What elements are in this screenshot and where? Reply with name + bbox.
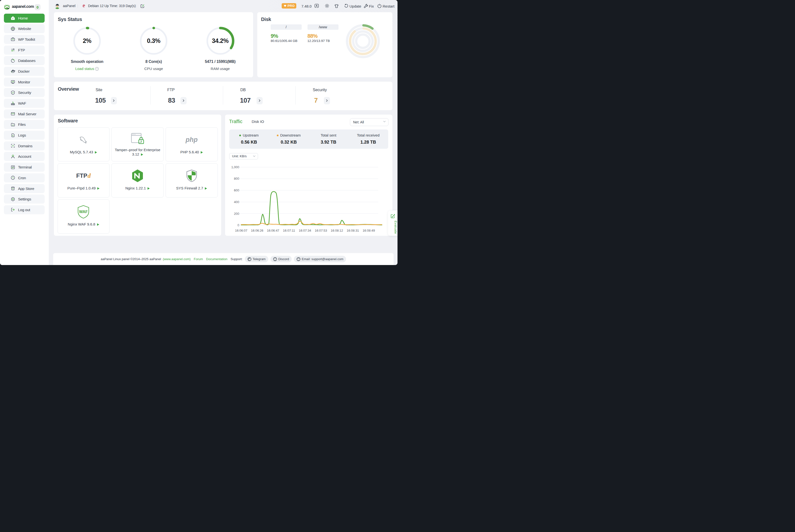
svg-text:WAF: WAF [79, 210, 88, 214]
svg-text:?: ? [96, 68, 97, 70]
